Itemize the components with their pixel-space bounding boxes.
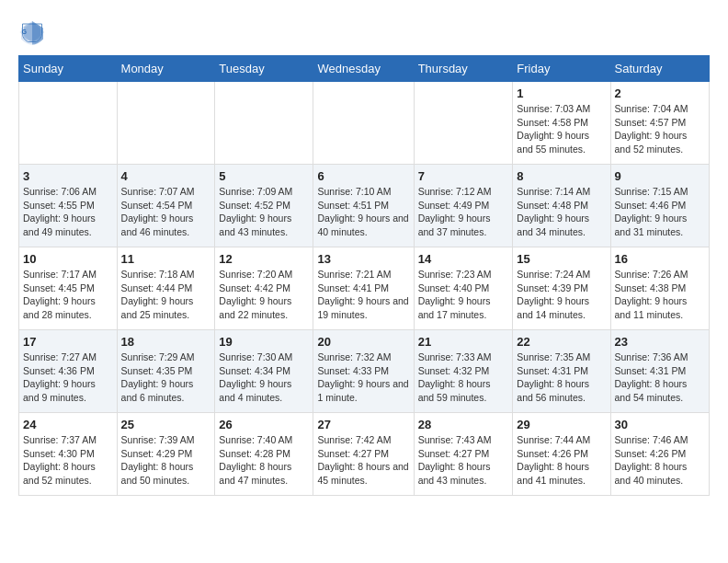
day-cell (313, 82, 414, 165)
day-number: 24 (23, 418, 113, 431)
day-info: Sunrise: 7:14 AM Sunset: 4:48 PM Dayligh… (517, 185, 606, 239)
day-cell: 6Sunrise: 7:10 AM Sunset: 4:51 PM Daylig… (313, 165, 414, 247)
day-cell (414, 82, 513, 165)
day-info: Sunrise: 7:04 AM Sunset: 4:57 PM Dayligh… (615, 102, 705, 156)
day-number: 9 (615, 169, 705, 183)
day-number: 11 (121, 252, 211, 266)
day-cell: 1Sunrise: 7:03 AM Sunset: 4:58 PM Daylig… (513, 82, 610, 165)
day-number: 18 (121, 335, 211, 349)
day-number: 28 (418, 418, 509, 431)
day-cell: 14Sunrise: 7:23 AM Sunset: 4:40 PM Dayli… (414, 247, 513, 330)
day-number: 7 (418, 169, 509, 183)
day-number: 8 (517, 169, 606, 183)
day-info: Sunrise: 7:26 AM Sunset: 4:38 PM Dayligh… (615, 268, 705, 322)
day-cell: 18Sunrise: 7:29 AM Sunset: 4:35 PM Dayli… (117, 330, 215, 413)
day-info: Sunrise: 7:21 AM Sunset: 4:41 PM Dayligh… (317, 268, 409, 322)
day-number: 29 (517, 418, 606, 431)
day-info: Sunrise: 7:30 AM Sunset: 4:34 PM Dayligh… (219, 350, 309, 405)
day-cell (19, 82, 118, 165)
day-number: 21 (418, 335, 509, 349)
day-info: Sunrise: 7:15 AM Sunset: 4:46 PM Dayligh… (615, 185, 705, 239)
day-cell: 13Sunrise: 7:21 AM Sunset: 4:41 PM Dayli… (313, 247, 414, 330)
day-info: Sunrise: 7:09 AM Sunset: 4:52 PM Dayligh… (219, 185, 309, 239)
weekday-header-row: SundayMondayTuesdayWednesdayThursdayFrid… (19, 56, 710, 82)
weekday-tuesday: Tuesday (215, 56, 313, 82)
day-number: 13 (317, 252, 409, 266)
day-cell: 15Sunrise: 7:24 AM Sunset: 4:39 PM Dayli… (513, 247, 610, 330)
logo-icon: G (18, 18, 46, 46)
day-info: Sunrise: 7:03 AM Sunset: 4:58 PM Dayligh… (517, 102, 606, 156)
day-info: Sunrise: 7:37 AM Sunset: 4:30 PM Dayligh… (23, 433, 113, 488)
day-number: 26 (219, 418, 309, 431)
weekday-wednesday: Wednesday (313, 56, 414, 82)
calendar: SundayMondayTuesdayWednesdayThursdayFrid… (18, 55, 710, 496)
day-info: Sunrise: 7:10 AM Sunset: 4:51 PM Dayligh… (317, 185, 409, 239)
day-cell: 9Sunrise: 7:15 AM Sunset: 4:46 PM Daylig… (610, 165, 709, 247)
day-info: Sunrise: 7:44 AM Sunset: 4:26 PM Dayligh… (517, 433, 606, 488)
day-cell: 29Sunrise: 7:44 AM Sunset: 4:26 PM Dayli… (513, 413, 610, 496)
week-row-2: 3Sunrise: 7:06 AM Sunset: 4:55 PM Daylig… (19, 165, 710, 247)
day-cell: 4Sunrise: 7:07 AM Sunset: 4:54 PM Daylig… (117, 165, 215, 247)
day-info: Sunrise: 7:06 AM Sunset: 4:55 PM Dayligh… (23, 185, 113, 239)
day-cell: 19Sunrise: 7:30 AM Sunset: 4:34 PM Dayli… (215, 330, 313, 413)
day-info: Sunrise: 7:39 AM Sunset: 4:29 PM Dayligh… (121, 433, 211, 488)
day-number: 27 (317, 418, 409, 431)
weekday-saturday: Saturday (610, 56, 709, 82)
week-row-5: 24Sunrise: 7:37 AM Sunset: 4:30 PM Dayli… (19, 413, 710, 496)
day-cell: 25Sunrise: 7:39 AM Sunset: 4:29 PM Dayli… (117, 413, 215, 496)
week-row-3: 10Sunrise: 7:17 AM Sunset: 4:45 PM Dayli… (19, 247, 710, 330)
day-cell: 17Sunrise: 7:27 AM Sunset: 4:36 PM Dayli… (19, 330, 118, 413)
day-cell (215, 82, 313, 165)
day-info: Sunrise: 7:36 AM Sunset: 4:31 PM Dayligh… (615, 350, 705, 405)
day-number: 10 (23, 252, 113, 266)
day-cell: 30Sunrise: 7:46 AM Sunset: 4:26 PM Dayli… (610, 413, 709, 496)
week-row-4: 17Sunrise: 7:27 AM Sunset: 4:36 PM Dayli… (19, 330, 710, 413)
day-number: 15 (517, 252, 606, 266)
svg-text:G: G (22, 29, 27, 35)
day-cell: 23Sunrise: 7:36 AM Sunset: 4:31 PM Dayli… (610, 330, 709, 413)
weekday-monday: Monday (117, 56, 215, 82)
weekday-sunday: Sunday (19, 56, 118, 82)
day-cell (117, 82, 215, 165)
day-cell: 12Sunrise: 7:20 AM Sunset: 4:42 PM Dayli… (215, 247, 313, 330)
day-number: 3 (23, 169, 113, 183)
weekday-friday: Friday (513, 56, 610, 82)
day-info: Sunrise: 7:33 AM Sunset: 4:32 PM Dayligh… (418, 350, 509, 405)
day-number: 23 (615, 335, 705, 349)
day-info: Sunrise: 7:17 AM Sunset: 4:45 PM Dayligh… (23, 268, 113, 322)
day-cell: 8Sunrise: 7:14 AM Sunset: 4:48 PM Daylig… (513, 165, 610, 247)
logo: G (18, 18, 48, 46)
day-number: 20 (317, 335, 409, 349)
day-cell: 10Sunrise: 7:17 AM Sunset: 4:45 PM Dayli… (19, 247, 118, 330)
day-info: Sunrise: 7:43 AM Sunset: 4:27 PM Dayligh… (418, 433, 509, 488)
day-number: 1 (517, 86, 606, 100)
day-cell: 7Sunrise: 7:12 AM Sunset: 4:49 PM Daylig… (414, 165, 513, 247)
day-cell: 21Sunrise: 7:33 AM Sunset: 4:32 PM Dayli… (414, 330, 513, 413)
day-info: Sunrise: 7:20 AM Sunset: 4:42 PM Dayligh… (219, 268, 309, 322)
day-number: 16 (615, 252, 705, 266)
day-number: 12 (219, 252, 309, 266)
day-cell: 3Sunrise: 7:06 AM Sunset: 4:55 PM Daylig… (19, 165, 118, 247)
day-info: Sunrise: 7:12 AM Sunset: 4:49 PM Dayligh… (418, 185, 509, 239)
day-info: Sunrise: 7:46 AM Sunset: 4:26 PM Dayligh… (615, 433, 705, 488)
day-info: Sunrise: 7:29 AM Sunset: 4:35 PM Dayligh… (121, 350, 211, 405)
day-cell: 28Sunrise: 7:43 AM Sunset: 4:27 PM Dayli… (414, 413, 513, 496)
day-cell: 27Sunrise: 7:42 AM Sunset: 4:27 PM Dayli… (313, 413, 414, 496)
day-number: 17 (23, 335, 113, 349)
week-row-1: 1Sunrise: 7:03 AM Sunset: 4:58 PM Daylig… (19, 82, 710, 165)
day-cell: 11Sunrise: 7:18 AM Sunset: 4:44 PM Dayli… (117, 247, 215, 330)
day-cell: 22Sunrise: 7:35 AM Sunset: 4:31 PM Dayli… (513, 330, 610, 413)
day-number: 19 (219, 335, 309, 349)
header: G (18, 18, 710, 46)
day-cell: 24Sunrise: 7:37 AM Sunset: 4:30 PM Dayli… (19, 413, 118, 496)
day-number: 25 (121, 418, 211, 431)
day-info: Sunrise: 7:18 AM Sunset: 4:44 PM Dayligh… (121, 268, 211, 322)
day-info: Sunrise: 7:40 AM Sunset: 4:28 PM Dayligh… (219, 433, 309, 488)
day-info: Sunrise: 7:24 AM Sunset: 4:39 PM Dayligh… (517, 268, 606, 322)
day-number: 4 (121, 169, 211, 183)
day-cell: 16Sunrise: 7:26 AM Sunset: 4:38 PM Dayli… (610, 247, 709, 330)
day-info: Sunrise: 7:32 AM Sunset: 4:33 PM Dayligh… (317, 350, 409, 405)
day-info: Sunrise: 7:07 AM Sunset: 4:54 PM Dayligh… (121, 185, 211, 239)
day-number: 2 (615, 86, 705, 100)
day-info: Sunrise: 7:23 AM Sunset: 4:40 PM Dayligh… (418, 268, 509, 322)
